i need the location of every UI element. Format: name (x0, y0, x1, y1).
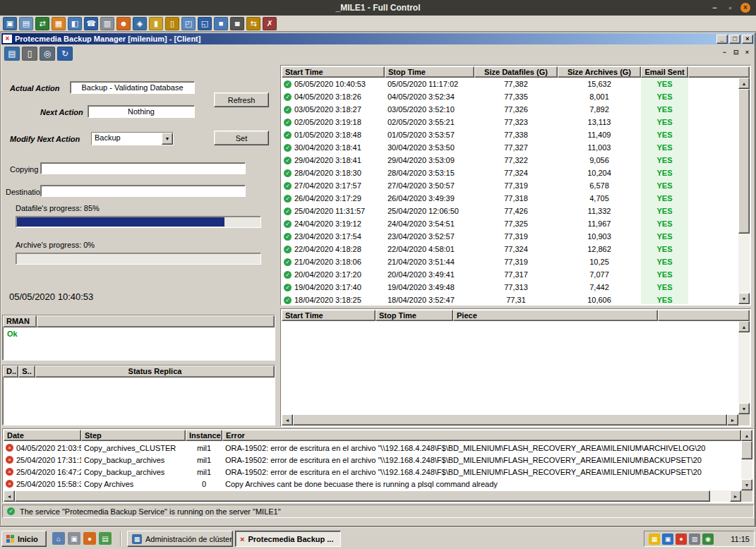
column-header-step[interactable]: Step (81, 430, 186, 441)
scroll-thumb[interactable] (738, 89, 750, 234)
chat-icon[interactable]: ◧ (68, 17, 82, 30)
backup-history-row[interactable]: ✓23/04/2020 3:17:54 23/04/2020 3:52:57 7… (282, 230, 738, 243)
app-maximize-button[interactable]: □ (729, 35, 740, 44)
replica-column-status[interactable]: Status Replica (35, 366, 275, 378)
fullscreen-icon[interactable]: ◱ (198, 17, 212, 30)
scroll-right-button[interactable]: ► (727, 414, 738, 426)
mdi-close-button[interactable]: × (742, 48, 752, 57)
refresh-toolbar-icon[interactable]: ↻ (57, 47, 73, 61)
backup-history-row[interactable]: ✓19/04/2020 3:17:40 19/04/2020 3:49:48 7… (282, 281, 738, 294)
piece-table-vertical-scrollbar[interactable]: ▲ ▼ (738, 321, 750, 414)
error-log-row[interactable]: ×04/05/2020 21:03:57 Copy_archives_CLUST… (4, 442, 741, 454)
next-action-field[interactable] (88, 105, 195, 118)
input-language-icon[interactable]: ▦ (649, 533, 660, 545)
window-icon[interactable]: ◰ (181, 17, 196, 30)
column-header-stop-time[interactable]: Stop Time (385, 66, 474, 78)
backup-history-row[interactable]: ✓05/05/2020 10:40:53 05/05/2020 11:17:02… (282, 78, 738, 90)
app-titlebar[interactable]: × Protecmedia Backup Manager [milenium] … (1, 33, 755, 44)
column-header-start-time[interactable]: Start Time (282, 66, 385, 78)
phone-icon[interactable]: ☎ (84, 17, 98, 30)
lock-icon[interactable]: ▮ (149, 17, 163, 30)
copying-field[interactable] (40, 162, 246, 174)
backup-history-row[interactable]: ✓03/05/2020 3:18:27 03/05/2020 3:52:10 7… (282, 103, 738, 116)
backup-history-row[interactable]: ✓02/05/2020 3:19:18 02/05/2020 3:55:21 7… (282, 116, 738, 128)
backup-history-row[interactable]: ✓30/04/2020 3:18:41 30/04/2020 3:53:50 7… (282, 141, 738, 154)
backup-history-row[interactable]: ✓21/04/2020 3:18:06 21/04/2020 3:51:44 7… (282, 255, 738, 268)
app-minimize-button[interactable]: _ (716, 35, 728, 44)
dropdown-arrow-icon[interactable]: ▼ (162, 133, 173, 145)
backup-history-row[interactable]: ✓25/04/2020 11:31:57 25/04/2020 12:06:50… (282, 205, 738, 217)
start-button[interactable]: Inicio (1, 531, 47, 547)
user-session-icon[interactable]: ☻ (116, 17, 131, 30)
scroll-up-button[interactable]: ▲ (741, 430, 752, 441)
backup-history-row[interactable]: ✓24/04/2020 3:19:12 24/04/2020 3:54:51 7… (282, 217, 738, 230)
remote-maximize-button[interactable]: ▫ (725, 2, 736, 13)
delete-icon[interactable]: ▯ (22, 47, 37, 61)
error-log-row[interactable]: ×25/04/2020 15:58:39 Copy Archives 0 Cop… (4, 478, 741, 490)
scroll-thumb[interactable] (741, 441, 752, 459)
column-header-email-sent[interactable]: Email Sent (641, 66, 688, 78)
key-icon[interactable]: ▯ (165, 17, 179, 30)
scroll-thumb[interactable] (293, 414, 727, 426)
error-log-vertical-scrollbar[interactable]: ▲ ▼ (741, 430, 752, 490)
column-header-piece[interactable]: Piece (453, 310, 658, 321)
replica-column-s[interactable]: S.. (18, 366, 35, 378)
piece-table-horizontal-scrollbar[interactable]: ◄ ► (282, 414, 738, 426)
replica-column-d[interactable]: D.. (3, 366, 18, 378)
media-icon[interactable]: ▤ (99, 532, 112, 545)
rman-column-header[interactable]: RMAN (3, 315, 37, 327)
backup-history-row[interactable]: ✓27/04/2020 3:17:57 27/04/2020 3:50:57 7… (282, 179, 738, 192)
scroll-down-button[interactable]: ▼ (741, 479, 752, 490)
mdi-minimize-button[interactable]: − (719, 48, 730, 57)
scroll-up-button[interactable]: ▲ (738, 78, 750, 89)
column-header-size-archives[interactable]: Size Archives (G) (558, 66, 641, 78)
actual-action-field[interactable] (70, 81, 195, 94)
column-header-date[interactable]: Date (4, 430, 81, 441)
backup-table-vertical-scrollbar[interactable]: ▲ ▼ (738, 78, 750, 304)
backup-history-row[interactable]: ✓20/04/2020 3:17:20 20/04/2020 3:49:41 7… (282, 268, 738, 281)
backup-history-row[interactable]: ✓29/04/2020 3:18:41 29/04/2020 3:53:09 7… (282, 154, 738, 167)
destination-field[interactable] (40, 185, 246, 197)
backup-history-row[interactable]: ✓18/04/2020 3:18:25 18/04/2020 3:52:47 7… (282, 294, 738, 304)
ctrl-alt-del-icon[interactable]: ▦ (52, 17, 66, 30)
show-desktop-icon[interactable]: ⌂ (52, 532, 65, 545)
connect-icon[interactable]: ⇄ (35, 17, 49, 30)
set-button[interactable]: Set (214, 131, 269, 145)
scroll-thumb[interactable] (15, 490, 710, 502)
next-action-select[interactable]: Backup ▼ (91, 132, 174, 145)
tools-icon[interactable]: ✗ (263, 17, 277, 30)
error-log-row[interactable]: ×25/04/2020 17:31:10 Copy_backup_archive… (4, 454, 741, 466)
column-header-instance[interactable]: Instance (186, 430, 222, 441)
scroll-down-button[interactable]: ▼ (738, 403, 750, 414)
file-transfer-icon[interactable]: ⇆ (246, 17, 260, 30)
remote-minimize-button[interactable]: − (709, 2, 720, 13)
refresh-button[interactable]: Refresh (214, 92, 269, 107)
scroll-down-button[interactable]: ▼ (738, 293, 750, 304)
antivirus-icon[interactable]: ● (676, 533, 687, 545)
scroll-left-button[interactable]: ◄ (282, 414, 293, 426)
backup-history-row[interactable]: ✓26/04/2020 3:17:29 26/04/2020 3:49:39 7… (282, 192, 738, 205)
open-session-icon[interactable]: ▤ (19, 17, 33, 30)
app-close-button[interactable]: × (742, 35, 753, 44)
error-log-row[interactable]: ×25/04/2020 16:47:24 Copy_backup_archive… (4, 466, 741, 478)
task-button-protecmedia-backup[interactable]: × Protecmedia Backup ... (235, 531, 341, 547)
column-header-piece-start-time[interactable]: Start Time (282, 310, 376, 321)
error-log-horizontal-scrollbar[interactable]: ◄ ► (4, 490, 741, 502)
remote-close-button[interactable]: × (740, 3, 750, 13)
column-header-size-datafiles[interactable]: Size Datafiles (G) (474, 66, 558, 78)
mdi-restore-button[interactable]: ⊡ (731, 48, 741, 57)
scroll-left-button[interactable]: ◄ (4, 490, 15, 502)
display-settings-icon[interactable]: ▣ (662, 533, 673, 545)
scroll-up-button[interactable]: ▲ (738, 321, 750, 332)
monitor-icon[interactable]: ■ (214, 17, 228, 30)
new-connection-icon[interactable]: ▣ (3, 17, 17, 30)
message-icon[interactable]: ▥ (100, 17, 114, 30)
column-header-piece-stop-time[interactable]: Stop Time (376, 310, 453, 321)
scroll-right-button[interactable]: ► (730, 490, 741, 502)
column-header-error[interactable]: Error (222, 430, 741, 441)
screenshot-icon[interactable]: ◙ (230, 17, 244, 30)
report-icon[interactable]: ▤ (4, 47, 20, 61)
computer-icon[interactable]: ▣ (68, 532, 80, 545)
task-button-cluster-admin[interactable]: ▦ Administración de clúster... (127, 531, 233, 547)
volume-icon[interactable]: ◉ (702, 533, 714, 545)
